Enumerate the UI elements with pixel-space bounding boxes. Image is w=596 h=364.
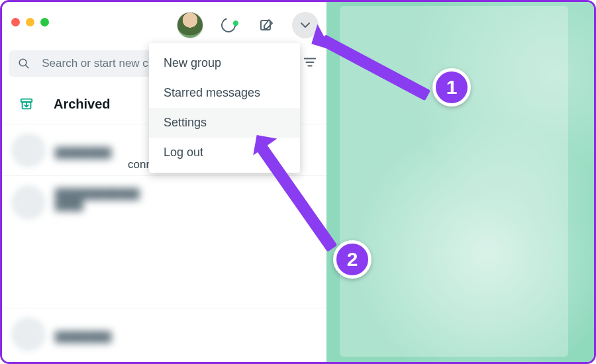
sidebar-header [2,7,326,43]
chat-avatar [11,317,46,351]
chat-avatar [11,133,46,167]
profile-avatar[interactable] [177,12,203,38]
status-button[interactable] [215,12,242,38]
status-online-dot [232,20,239,27]
filter-icon [303,55,317,69]
search-icon [18,57,30,70]
chat-preview: ████████ [55,326,326,342]
menu-item-starred-messages[interactable]: Starred messages [149,78,300,108]
annotation-badge-1: 1 [432,68,471,107]
compose-icon [259,17,275,33]
chat-list-item[interactable]: ████████████████ [2,175,326,308]
menu-item-settings[interactable]: Settings [149,108,300,138]
chat-avatar [11,185,46,220]
status-ring-icon [219,15,238,35]
chat-list-item[interactable]: ████████ [2,308,326,359]
chat-blur-overlay [340,6,568,357]
annotation-badge-2: 2 [333,240,372,279]
app-window: Archived ████████ ████████████████ █████… [0,0,596,364]
header-dropdown-menu: New group Starred messages Settings Log … [149,43,300,173]
menu-item-new-group[interactable]: New group [149,48,300,78]
archived-icon [19,97,34,111]
filter-button[interactable] [303,55,319,72]
new-chat-button[interactable] [254,12,280,38]
archived-label: Archived [54,97,111,112]
svg-line-2 [25,65,28,68]
